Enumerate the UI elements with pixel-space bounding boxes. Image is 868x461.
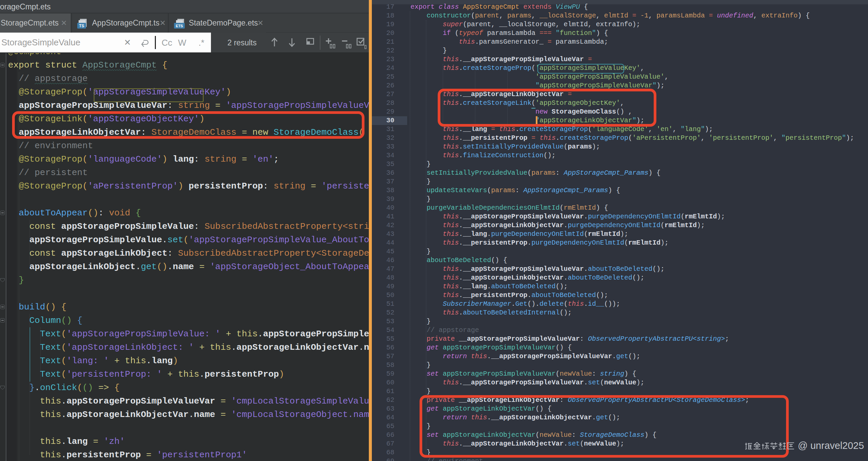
svg-text:ETS: ETS (176, 24, 183, 28)
svg-text:TS: TS (79, 24, 84, 28)
